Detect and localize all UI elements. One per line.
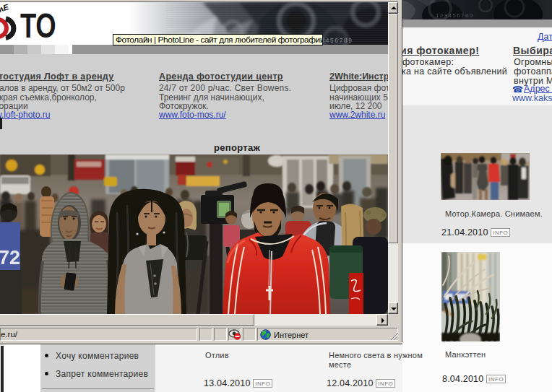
svg-text:ТО: ТО [20,6,56,45]
svg-text:72: 72 [0,247,20,269]
svg-text:123456789: 123456789 [436,12,474,19]
